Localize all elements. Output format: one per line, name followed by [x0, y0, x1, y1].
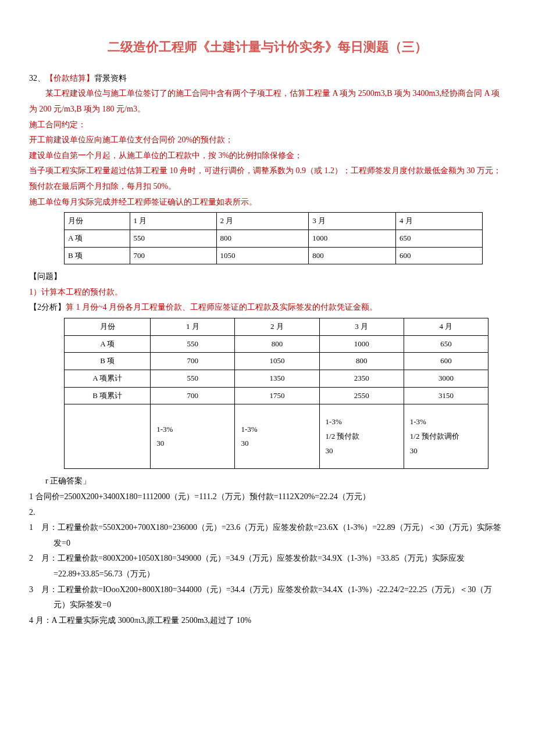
answer-2: 2.	[29, 505, 506, 521]
cell: 1 月	[130, 213, 216, 230]
cell: 2350	[319, 370, 404, 388]
table-analysis: 月份 1 月 2 月 3 月 4 月 A 项 550 800 1000 650 …	[64, 318, 488, 469]
background-p3: 开工前建设单位应向施工单位支付合同价 20%的预付款；	[29, 132, 506, 148]
answer-1: 1 合同价=2500X200+3400X180=1112000（元）=111.2…	[29, 489, 506, 505]
cell: 1-3%30	[151, 404, 235, 469]
table-row: A 项 550 800 1000 650	[65, 230, 483, 247]
cell: 1000	[319, 335, 404, 353]
cell: 3 月	[309, 213, 396, 230]
table-row: 月份 1 月 2 月 3 月 4 月	[65, 318, 488, 335]
question-label: 32、【价款结算】背景资料	[29, 71, 506, 87]
cell: 月份	[65, 213, 130, 230]
cell: 600	[404, 353, 488, 370]
cell: 1050	[216, 247, 309, 264]
cell: A 项	[65, 335, 151, 353]
cell: 1750	[235, 387, 319, 404]
cell: 800	[216, 230, 309, 247]
cell: 1000	[309, 230, 396, 247]
answer-month-1: 1 月：工程量价款=550X200+700X180=236000（元）=23.6…	[29, 520, 506, 551]
page-title: 二级造价工程师《土建计量与计价实务》每日测题（三）	[29, 35, 506, 59]
cell: 800	[319, 353, 404, 370]
cell: 550	[151, 370, 235, 388]
cell: 4 月	[395, 213, 482, 230]
question-2: 【2分析】算 1 月份~4 月份各月工程量价款、工程师应签证的工程款及实际签发的…	[29, 300, 506, 316]
cell: 650	[395, 230, 482, 247]
cell: 1 月	[151, 318, 235, 335]
background-p4: 建设单位自第一个月起，从施工单位的工程款中，按 3%的比例扣除保修金；	[29, 148, 506, 164]
table-row: A 项累计 550 1350 2350 3000	[65, 370, 488, 388]
cell: 550	[151, 335, 235, 353]
cell: 3150	[404, 387, 488, 404]
background-p5: 当子项工程实际工程量超过估算工程量 10 舟时，可进行调价，调整系数为 0.9（…	[29, 163, 506, 194]
table-monthly-volume: 月份 1 月 2 月 3 月 4 月 A 项 550 800 1000 650 …	[64, 212, 483, 264]
cell: 1-3%1/2 预付款调价30	[404, 404, 488, 469]
cell: 月份	[65, 318, 151, 335]
cell: 2550	[319, 387, 404, 404]
cell: B 项	[65, 353, 151, 370]
q32-prefix: 32、	[29, 74, 45, 83]
table-row: B 项 700 1050 800 600	[65, 247, 483, 264]
background-p2: 施工合同约定：	[29, 117, 506, 133]
table-row: 月份 1 月 2 月 3 月 4 月	[65, 213, 483, 230]
question-2-text: 算 1 月份~4 月份各月工程量价款、工程师应签证的工程款及实际签发的付款凭证金…	[66, 303, 377, 311]
cell: 2 月	[235, 318, 319, 335]
table-row: B 项 700 1050 800 600	[65, 353, 488, 370]
cell: 700	[130, 247, 216, 264]
cell: A 项累计	[65, 370, 151, 388]
table-row: A 项 550 800 1000 650	[65, 335, 488, 353]
cell: 650	[404, 335, 488, 353]
cell: B 项累计	[65, 387, 151, 404]
table-row: 1-3%30 1-3%30 1-3%1/2 预付款30 1-3%1/2 预付款调…	[65, 404, 488, 469]
cell: 700	[151, 353, 235, 370]
answer-month-3: 3 月：工程量价款=IOooX200+800X180=344000（元）=34.…	[29, 582, 506, 613]
cell	[65, 404, 151, 469]
cell: B 项	[65, 247, 130, 264]
cell: 3 月	[319, 318, 404, 335]
q32-tag: 【价款结算】	[45, 74, 94, 83]
answer-label: r 正确答案」	[29, 474, 506, 489]
answer-month-2: 2 月：工程量价款=800X200+1050X180=349000（元）=34.…	[29, 551, 506, 582]
cell: 600	[395, 247, 482, 264]
analysis-label: 【2分析】	[29, 303, 66, 311]
cell: A 项	[65, 230, 130, 247]
question-1: 1）计算本工程的预付款。	[29, 285, 506, 300]
cell: 1-3%1/2 预付款30	[319, 404, 404, 469]
cell: 4 月	[404, 318, 488, 335]
background-p6: 施工单位每月实际完成并经工程师签证确认的工程量如表所示。	[29, 195, 506, 210]
cell: 800	[235, 335, 319, 353]
cell: 3000	[404, 370, 488, 388]
background-p1: 某工程建设单位与施工单位签订了的施工合同中含有两个子项工程，估算工程量 A 项为…	[29, 86, 506, 117]
cell: 1350	[235, 370, 319, 388]
table-row: B 项累计 700 1750 2550 3150	[65, 387, 488, 404]
cell: 550	[130, 230, 216, 247]
cell: 1050	[235, 353, 319, 370]
cell: 1-3%30	[235, 404, 319, 469]
question-section-label: 【问题】	[29, 269, 506, 285]
answer-month-4: 4 月：A 工程量实际完成 3000πι3,原工程量 2500m3,超过了 10…	[29, 613, 506, 629]
cell: 800	[309, 247, 396, 264]
cell: 700	[151, 387, 235, 404]
q32-suffix: 背景资料	[94, 74, 127, 83]
cell: 2 月	[216, 213, 309, 230]
